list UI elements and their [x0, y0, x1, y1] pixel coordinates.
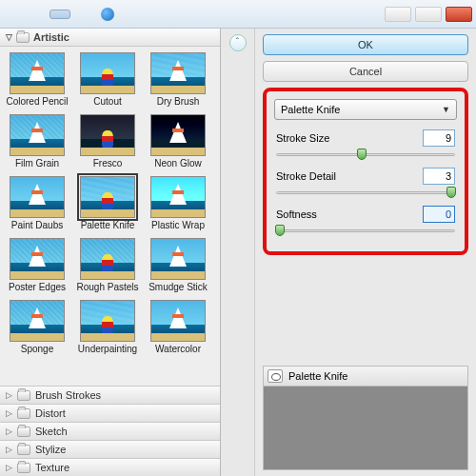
category-label: Artistic: [33, 31, 69, 43]
menubar: [0, 0, 476, 29]
thumbnail-icon: [80, 114, 135, 156]
thumbnail-icon: [80, 52, 135, 94]
folder-icon: [17, 463, 30, 473]
slider-thumb[interactable]: [275, 225, 285, 236]
thumbnail-label: Fresco: [73, 158, 142, 169]
filter-thumb-sponge[interactable]: Sponge: [2, 298, 72, 360]
param-label: Stroke Detail: [276, 170, 336, 182]
category-label: Stylize: [35, 444, 66, 455]
param-stroke-detail: Stroke Detail: [276, 168, 455, 200]
highlight-annotation: Palette Knife ▼ Stroke SizeStroke Detail…: [263, 88, 468, 255]
thumbnail-icon: [10, 114, 65, 156]
category-sketch[interactable]: ▷Sketch: [0, 422, 220, 440]
disclosure-right-icon: ▷: [6, 463, 12, 472]
thumbnail-label: Cutout: [73, 96, 142, 107]
app-logo-icon: [101, 8, 114, 21]
layer-name: Palette Knife: [288, 370, 347, 382]
collapse-toggle[interactable]: ˆ: [229, 34, 247, 51]
thumbnail-icon: [150, 114, 206, 156]
layer-row[interactable]: Palette Knife: [264, 367, 467, 387]
thumbnail-icon: [10, 300, 65, 342]
param-value-input[interactable]: [423, 129, 455, 147]
category-header-artistic[interactable]: ▽ Artistic: [0, 29, 220, 47]
category-label: Texture: [35, 462, 69, 473]
category-distort[interactable]: ▷Distort: [0, 404, 220, 422]
category-label: Distort: [35, 407, 66, 419]
filter-thumb-cutout[interactable]: Cutout: [72, 50, 143, 112]
settings-pane: OK Cancel Palette Knife ▼ Stroke SizeStr…: [255, 29, 476, 476]
param-label: Softness: [276, 208, 317, 220]
category-texture[interactable]: ▷Texture: [0, 458, 220, 476]
visibility-eye-icon[interactable]: [268, 369, 283, 383]
disclosure-right-icon: ▷: [6, 408, 12, 418]
thumbnail-label: Film Grain: [3, 158, 71, 169]
filter-thumb-neon-glow[interactable]: Neon Glow: [143, 112, 213, 174]
thumbnail-icon: [150, 238, 206, 280]
chevron-down-icon: ▼: [442, 105, 450, 114]
thumbnail-label: Neon Glow: [144, 158, 212, 169]
param-softness: Softness: [276, 206, 455, 238]
category-label: Sketch: [35, 426, 68, 437]
thumbnail-icon: [80, 176, 135, 218]
thumbnail-icon: [10, 176, 65, 218]
filter-thumb-dry-brush[interactable]: Dry Brush: [143, 50, 213, 112]
param-slider[interactable]: [276, 149, 455, 162]
filter-thumb-colored-pencil[interactable]: Colored Pencil: [2, 50, 72, 112]
thumbnail-label: Rough Pastels: [73, 282, 142, 292]
folder-icon: [17, 408, 30, 419]
filter-thumb-paint-daubs[interactable]: Paint Daubs: [2, 174, 72, 236]
folder-icon: [17, 426, 30, 437]
thumbnail-label: Colored Pencil: [3, 96, 71, 107]
param-slider[interactable]: [276, 187, 455, 200]
ok-button[interactable]: OK: [263, 34, 468, 55]
disclosure-right-icon: ▷: [6, 445, 12, 454]
thumbnail-label: Palette Knife: [73, 220, 142, 230]
disclosure-down-icon: ▽: [6, 32, 12, 42]
thumbnail-icon: [150, 300, 206, 342]
menu-item[interactable]: [72, 10, 93, 19]
menu-item[interactable]: [4, 10, 25, 19]
filter-thumb-film-grain[interactable]: Film Grain: [2, 112, 72, 174]
panel-divider: ˆ: [221, 29, 255, 476]
menu-item[interactable]: [27, 10, 48, 19]
filter-select[interactable]: Palette Knife ▼: [274, 99, 457, 120]
filter-select-value: Palette Knife: [281, 104, 340, 115]
folder-icon: [16, 32, 30, 43]
thumbnail-icon: [150, 176, 206, 218]
filter-thumb-plastic-wrap[interactable]: Plastic Wrap: [143, 174, 213, 236]
param-value-input[interactable]: [423, 206, 455, 223]
close-button[interactable]: [446, 7, 472, 22]
slider-thumb[interactable]: [357, 149, 367, 160]
category-stylize[interactable]: ▷Stylize: [0, 440, 220, 458]
filter-thumb-rough-pastels[interactable]: Rough Pastels: [72, 236, 143, 298]
category-brush-strokes[interactable]: ▷Brush Strokes: [0, 386, 220, 404]
thumbnail-icon: [10, 238, 65, 280]
filter-thumb-watercolor[interactable]: Watercolor: [143, 298, 213, 360]
maximize-button[interactable]: [415, 7, 442, 22]
filter-gallery-pane: ▽ Artistic Colored PencilCutoutDry Brush…: [0, 29, 221, 476]
slider-thumb[interactable]: [446, 187, 456, 198]
param-slider[interactable]: [276, 225, 455, 238]
thumbnail-label: Sponge: [3, 344, 71, 354]
thumbnail-label: Smudge Stick: [144, 282, 212, 292]
menu-item-active[interactable]: [50, 10, 70, 19]
minimize-button[interactable]: [385, 7, 411, 22]
filter-thumbnail-grid: Colored PencilCutoutDry BrushFilm GrainF…: [0, 47, 220, 386]
layer-stack-body: [264, 387, 467, 469]
thumbnail-icon: [10, 52, 65, 94]
filter-thumb-underpainting[interactable]: Underpainting: [72, 298, 143, 360]
thumbnail-icon: [150, 52, 206, 94]
param-stroke-size: Stroke Size: [276, 129, 455, 162]
param-value-input[interactable]: [423, 168, 455, 185]
filter-thumb-fresco[interactable]: Fresco: [72, 112, 143, 174]
filter-thumb-palette-knife[interactable]: Palette Knife: [72, 174, 143, 236]
thumbnail-label: Poster Edges: [3, 282, 71, 292]
effect-layers-panel: Palette Knife: [263, 366, 468, 470]
cancel-button[interactable]: Cancel: [263, 61, 468, 82]
thumbnail-label: Dry Brush: [144, 96, 212, 107]
thumbnail-label: Watercolor: [144, 344, 212, 354]
folder-icon: [17, 445, 30, 455]
filter-thumb-smudge-stick[interactable]: Smudge Stick: [143, 236, 213, 298]
filter-thumb-poster-edges[interactable]: Poster Edges: [2, 236, 72, 298]
thumbnail-label: Plastic Wrap: [144, 220, 212, 230]
